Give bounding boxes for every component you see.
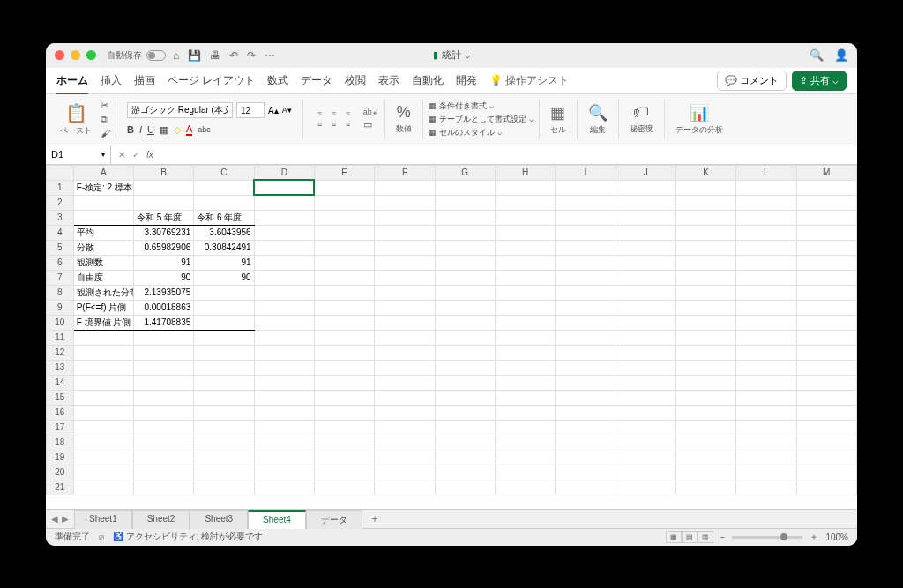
col-header-E[interactable]: E bbox=[314, 165, 374, 180]
cell-L13[interactable] bbox=[736, 360, 796, 375]
cell-L9[interactable] bbox=[736, 300, 796, 315]
cell-D11[interactable] bbox=[254, 330, 314, 345]
row-header-11[interactable]: 11 bbox=[47, 330, 74, 345]
cell-M12[interactable] bbox=[796, 345, 856, 360]
cell-H3[interactable] bbox=[495, 210, 555, 225]
cell-F3[interactable] bbox=[375, 210, 435, 225]
decrease-font-icon[interactable]: A▾ bbox=[282, 106, 292, 115]
row-header-3[interactable]: 3 bbox=[47, 210, 74, 225]
cell-I11[interactable] bbox=[556, 330, 616, 345]
cell-H7[interactable] bbox=[495, 270, 555, 285]
cell-H8[interactable] bbox=[495, 285, 555, 300]
page-break-view-icon[interactable]: ▥ bbox=[698, 531, 713, 543]
prev-sheet-icon[interactable]: ◀ bbox=[51, 514, 58, 524]
cell-K8[interactable] bbox=[675, 285, 735, 300]
cell-I4[interactable] bbox=[556, 225, 616, 240]
cell-G10[interactable] bbox=[435, 315, 495, 330]
copy-icon[interactable]: ⧉ bbox=[101, 114, 110, 125]
cell-C12[interactable] bbox=[194, 345, 254, 360]
cell-K14[interactable] bbox=[675, 375, 735, 390]
cell-K16[interactable] bbox=[675, 405, 735, 420]
cell-H2[interactable] bbox=[495, 195, 555, 210]
cancel-icon[interactable]: ✕ bbox=[118, 150, 125, 160]
cell-M18[interactable] bbox=[796, 435, 856, 450]
cell-A19[interactable] bbox=[73, 450, 133, 465]
cell-M8[interactable] bbox=[796, 285, 856, 300]
cell-B6[interactable]: 91 bbox=[133, 255, 193, 270]
cell-F18[interactable] bbox=[375, 435, 435, 450]
cell-K2[interactable] bbox=[675, 195, 735, 210]
col-header-G[interactable]: G bbox=[435, 165, 495, 180]
cell-C19[interactable] bbox=[194, 450, 254, 465]
cell-B3[interactable]: 令和 5 年度 bbox=[133, 210, 193, 225]
zoom-slider[interactable] bbox=[732, 536, 802, 539]
cell-J18[interactable] bbox=[616, 435, 675, 450]
cell-G2[interactable] bbox=[435, 195, 495, 210]
cell-I2[interactable] bbox=[556, 195, 616, 210]
col-header-D[interactable]: D bbox=[254, 165, 314, 180]
cell-E16[interactable] bbox=[314, 405, 374, 420]
border-button[interactable]: ▦ bbox=[160, 124, 168, 136]
cell-M3[interactable] bbox=[796, 210, 856, 225]
cell-I9[interactable] bbox=[556, 300, 616, 315]
cell-M1[interactable] bbox=[796, 180, 856, 195]
cell-F2[interactable] bbox=[375, 195, 435, 210]
home-icon[interactable]: ⌂ bbox=[173, 49, 179, 62]
close-icon[interactable] bbox=[55, 50, 64, 60]
cell-J19[interactable] bbox=[616, 450, 675, 465]
cell-A7[interactable]: 自由度 bbox=[73, 270, 133, 285]
cell-C1[interactable] bbox=[194, 180, 254, 195]
cell-J2[interactable] bbox=[616, 195, 675, 210]
cell-M10[interactable] bbox=[796, 315, 856, 330]
row-header-18[interactable]: 18 bbox=[47, 435, 74, 450]
cell-J5[interactable] bbox=[616, 240, 675, 255]
underline-button[interactable]: U bbox=[147, 124, 154, 135]
align-center[interactable]: ≡ bbox=[328, 120, 340, 129]
cell-D4[interactable] bbox=[254, 225, 314, 240]
print-icon[interactable]: 🖶 bbox=[210, 49, 220, 62]
fx-icon[interactable]: fx bbox=[146, 150, 153, 160]
cell-F5[interactable] bbox=[375, 240, 435, 255]
cell-D5[interactable] bbox=[254, 240, 314, 255]
cell-C6[interactable]: 91 bbox=[194, 255, 254, 270]
col-header-A[interactable]: A bbox=[73, 165, 133, 180]
cell-E5[interactable] bbox=[314, 240, 374, 255]
row-header-15[interactable]: 15 bbox=[47, 390, 74, 405]
cell-A12[interactable] bbox=[73, 345, 133, 360]
cells-group[interactable]: ▦ セル bbox=[545, 94, 571, 145]
col-header-H[interactable]: H bbox=[495, 165, 555, 180]
cell-C15[interactable] bbox=[194, 390, 254, 405]
cell-M2[interactable] bbox=[796, 195, 856, 210]
tab-data[interactable]: データ bbox=[301, 73, 332, 88]
cell-J17[interactable] bbox=[616, 420, 675, 435]
row-header-7[interactable]: 7 bbox=[47, 270, 74, 285]
col-header-L[interactable]: L bbox=[736, 165, 796, 180]
cell-M6[interactable] bbox=[796, 255, 856, 270]
tab-developer[interactable]: 開発 bbox=[456, 73, 477, 88]
cell-C11[interactable] bbox=[194, 330, 254, 345]
cell-B7[interactable]: 90 bbox=[133, 270, 193, 285]
cut-icon[interactable]: ✂ bbox=[101, 100, 110, 111]
cell-E10[interactable] bbox=[314, 315, 374, 330]
cell-E4[interactable] bbox=[314, 225, 374, 240]
bold-button[interactable]: B bbox=[127, 124, 134, 135]
cell-D18[interactable] bbox=[254, 435, 314, 450]
cell-C10[interactable] bbox=[194, 315, 254, 330]
cell-G19[interactable] bbox=[435, 450, 495, 465]
fill-color-button[interactable]: ◇ bbox=[174, 124, 181, 136]
accessibility-status[interactable]: ♿ アクセシビリティ: 検討が必要です bbox=[113, 531, 263, 543]
cell-E7[interactable] bbox=[314, 270, 374, 285]
cell-D15[interactable] bbox=[254, 390, 314, 405]
cell-H11[interactable] bbox=[495, 330, 555, 345]
col-header-F[interactable]: F bbox=[375, 165, 435, 180]
cell-K10[interactable] bbox=[675, 315, 735, 330]
cell-B8[interactable]: 2.13935075 bbox=[133, 285, 193, 300]
cell-H18[interactable] bbox=[495, 435, 555, 450]
col-header-B[interactable]: B bbox=[133, 165, 193, 180]
cell-C8[interactable] bbox=[194, 285, 254, 300]
cell-L12[interactable] bbox=[736, 345, 796, 360]
cell-M15[interactable] bbox=[796, 390, 856, 405]
cell-H17[interactable] bbox=[495, 420, 555, 435]
row-header-14[interactable]: 14 bbox=[47, 375, 74, 390]
cell-I6[interactable] bbox=[556, 255, 616, 270]
